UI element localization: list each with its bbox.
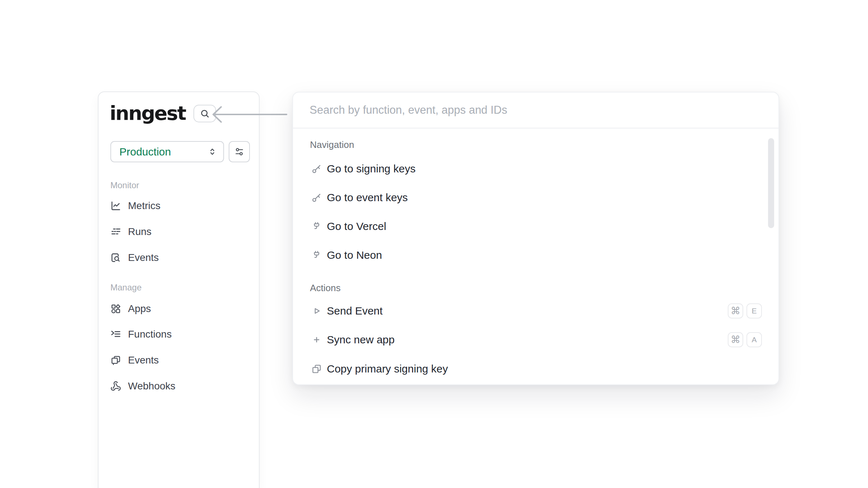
sidebar-item-label: Events	[128, 354, 159, 366]
runs-list-icon	[110, 226, 121, 237]
shortcut-keys: ⌘ A	[728, 332, 762, 347]
group-label-actions: Actions	[310, 283, 341, 294]
webhook-icon	[110, 381, 121, 392]
command-item-go-to-event-keys[interactable]: Go to event keys	[293, 187, 778, 208]
apps-icon	[110, 303, 121, 314]
sidebar-item-apps[interactable]: Apps	[110, 300, 151, 317]
event-search-icon	[110, 252, 121, 263]
sidebar-header: inngest	[110, 104, 216, 123]
section-label-monitor: Monitor	[110, 180, 139, 190]
chevrons-up-down-icon	[208, 147, 217, 156]
play-icon	[312, 306, 321, 316]
command-item-sync-new-app[interactable]: Sync new app ⌘ A	[293, 329, 778, 351]
sidebar-item-label: Runs	[128, 226, 151, 238]
sidebar-item-label: Events	[128, 252, 159, 263]
sidebar-item-webhooks[interactable]: Webhooks	[110, 378, 175, 395]
functions-icon	[110, 329, 121, 340]
command-item-label: Go to Neon	[327, 249, 382, 261]
command-item-go-to-vercel[interactable]: Go to Vercel	[293, 216, 778, 237]
sidebar-item-label: Apps	[128, 303, 151, 315]
sidebar-item-runs[interactable]: Runs	[110, 223, 151, 240]
command-item-label: Go to event keys	[327, 191, 408, 204]
command-item-copy-primary-signing-key[interactable]: Copy primary signing key	[293, 358, 778, 380]
environment-filter-button[interactable]	[229, 141, 250, 162]
inngest-logo: inngest	[110, 104, 186, 123]
command-item-send-event[interactable]: Send Event ⌘ E	[293, 300, 778, 322]
sidebar-item-metrics[interactable]: Metrics	[110, 197, 160, 214]
shortcut-keys: ⌘ E	[728, 303, 762, 318]
environment-row: Production	[110, 141, 250, 162]
keycap-letter: E	[746, 303, 762, 318]
sidebar-item-events-monitor[interactable]: Events	[110, 249, 159, 266]
environment-selector[interactable]: Production	[110, 141, 224, 162]
copy-icon	[312, 364, 321, 374]
key-icon	[312, 164, 321, 174]
group-label-navigation: Navigation	[310, 139, 354, 150]
keycap-command: ⌘	[728, 332, 743, 347]
search-icon	[200, 108, 210, 119]
keycap-command: ⌘	[728, 303, 743, 318]
keycap-letter: A	[746, 332, 762, 347]
command-item-go-to-neon[interactable]: Go to Neon	[293, 244, 778, 266]
plus-icon	[312, 335, 321, 345]
sidebar-item-events-manage[interactable]: Events	[110, 352, 159, 369]
command-palette-search-input[interactable]	[310, 104, 762, 117]
plug-icon	[312, 222, 321, 231]
command-palette-modal: Navigation Go to signing keys Go to even…	[292, 92, 779, 385]
command-item-label: Send Event	[327, 305, 383, 317]
command-item-label: Copy primary signing key	[327, 363, 448, 375]
sidebar-panel: inngest Production	[98, 91, 260, 488]
environment-value: Production	[119, 146, 171, 158]
sidebar-item-label: Functions	[128, 329, 172, 340]
key-icon	[312, 193, 321, 203]
command-item-label: Go to Vercel	[327, 220, 386, 232]
sidebar-item-label: Webhooks	[128, 380, 175, 392]
modal-scrollbar-thumb[interactable]	[768, 138, 774, 228]
sidebar-search-button[interactable]	[193, 105, 216, 122]
plug-icon	[312, 250, 321, 260]
sliders-icon	[234, 147, 244, 157]
command-item-label: Sync new app	[327, 334, 394, 346]
command-item-label: Go to signing keys	[327, 163, 416, 175]
section-label-manage: Manage	[110, 283, 142, 293]
sidebar-item-functions[interactable]: Functions	[110, 326, 172, 343]
command-palette-search-row	[293, 92, 778, 128]
sidebar-item-label: Metrics	[128, 200, 160, 212]
events-icon	[110, 355, 121, 366]
chart-line-icon	[110, 200, 121, 211]
command-item-go-to-signing-keys[interactable]: Go to signing keys	[293, 158, 778, 180]
